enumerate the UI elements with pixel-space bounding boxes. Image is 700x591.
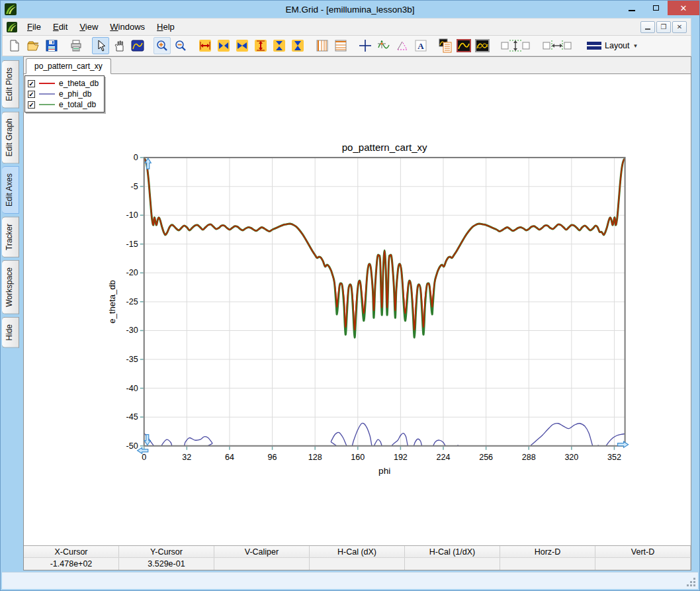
legend-checkbox[interactable]: ✓ (28, 80, 35, 87)
doc-tab[interactable]: po_pattern_cart_xy (26, 58, 111, 74)
y-spread-button[interactable] (271, 37, 288, 54)
single-plot-button[interactable] (455, 37, 472, 54)
sidebar-tab-tracker[interactable]: Tracker (2, 216, 19, 257)
x-spread-icon (217, 39, 230, 52)
sidebar-tab-workspace[interactable]: Workspace (2, 260, 19, 314)
plot-mode-button[interactable] (129, 37, 146, 54)
x-tick-label: 32 (182, 453, 191, 462)
status-value: 3.529e-01 (119, 558, 214, 570)
x-tick-label: 160 (351, 453, 365, 462)
x-tick-label: 192 (394, 453, 408, 462)
series-e_total_db (144, 159, 625, 338)
legend-box[interactable]: ✓e_theta_db✓e_phi_db✓e_total_db (24, 75, 105, 113)
status-header: Vert-D (595, 546, 691, 557)
menu-view[interactable]: View (73, 20, 104, 34)
menu-edit[interactable]: Edit (47, 20, 73, 34)
legend-row-e_theta_db[interactable]: ✓e_theta_db (28, 78, 99, 89)
status-bar: X-CursorY-CursorV-CaliperH-Cal (dX)H-Cal… (24, 545, 691, 570)
zoom-in-icon (155, 39, 169, 52)
save-floppy-icon (45, 39, 58, 52)
print-button[interactable] (67, 37, 85, 54)
client-area: FileEditViewWindowsHelp ❐ ✕ (2, 18, 691, 570)
resize-grip[interactable] (693, 584, 695, 586)
vertical-gridlines-button[interactable] (314, 37, 331, 54)
open-folder-icon (26, 39, 40, 52)
chart[interactable]: 03264961281601922242562883203520-5-10-15… (24, 74, 691, 545)
menu-file[interactable]: File (21, 20, 47, 34)
y-expand-button[interactable] (252, 37, 269, 54)
x-spread-button[interactable] (215, 37, 232, 54)
y-compress-button[interactable] (289, 37, 306, 54)
close-button[interactable]: ✕ (668, 1, 699, 15)
sidebar-tab-edit-axes[interactable]: Edit Axes (2, 166, 19, 214)
save-button[interactable] (43, 37, 60, 54)
caliper-button[interactable] (394, 37, 411, 54)
status-header: H-Cal (dX) (310, 546, 405, 557)
minimize-button[interactable] (620, 1, 644, 15)
legend-row-e_total_db[interactable]: ✓e_total_db (28, 99, 99, 110)
legend-checkbox[interactable]: ✓ (28, 101, 35, 109)
horizontal-gridlines-button[interactable] (332, 37, 349, 54)
zoom-out-button[interactable] (172, 37, 189, 54)
x-axis-label: phi (378, 466, 390, 476)
plot-canvas[interactable]: 03264961281601922242562883203520-5-10-15… (24, 74, 691, 545)
status-value (214, 558, 310, 570)
menu-windows[interactable]: Windows (104, 20, 151, 34)
chevron-down-icon: ▼ (633, 43, 638, 49)
x-tick-label: 128 (308, 453, 322, 462)
plot-report-icon (438, 38, 453, 53)
sidebar-tab-edit-graph[interactable]: Edit Graph (2, 111, 19, 163)
x-expand-button[interactable] (197, 37, 214, 54)
title-bar: EM.Grid - [emillumina_lesson3b] ✕ (1, 1, 699, 18)
y-tick-label: -20 (126, 268, 138, 277)
y-axis-label: e_theta_db (107, 280, 117, 324)
mdi-close-button[interactable]: ✕ (672, 21, 687, 33)
vertical-gridlines-icon (316, 39, 329, 52)
legend-row-e_phi_db[interactable]: ✓e_phi_db (28, 89, 99, 99)
pan-hand-icon (112, 39, 126, 52)
pan-tool-button[interactable] (110, 37, 128, 54)
status-header: X-Cursor (24, 546, 119, 557)
select-arrow-icon (94, 39, 107, 52)
x-tick-label: 256 (479, 453, 493, 462)
x-expand-icon (198, 39, 212, 52)
sidebar-tab-hide[interactable]: Hide (2, 317, 19, 348)
select-tool-button[interactable] (92, 37, 109, 54)
tracker-button[interactable] (375, 37, 392, 54)
new-document-button[interactable] (6, 37, 23, 54)
horizontal-gridlines-icon (334, 39, 347, 52)
sidebar-tab-edit-plots[interactable]: Edit Plots (2, 60, 19, 109)
y-tick-label: -30 (126, 326, 138, 335)
sidebar: Edit PlotsEdit GraphEdit AxesTrackerWork… (2, 56, 23, 570)
maximize-button[interactable] (644, 1, 668, 15)
plot-report-button[interactable] (437, 37, 454, 54)
legend-line-sample (39, 83, 55, 84)
print-icon (69, 39, 83, 52)
x-tick-label: 224 (437, 453, 451, 462)
status-value (310, 558, 405, 570)
crosshair-icon (359, 39, 372, 52)
x-compress-button[interactable] (234, 37, 251, 54)
y-tick-label: -35 (126, 355, 138, 364)
multi-plot-button[interactable] (474, 37, 491, 54)
status-header: Y-Cursor (119, 546, 214, 557)
crosshair-button[interactable] (357, 37, 374, 54)
status-value (500, 558, 595, 570)
y-spread-icon (273, 39, 286, 52)
y-tick-label: -50 (126, 441, 138, 451)
y-tick-label: -10 (126, 210, 138, 220)
legend-checkbox[interactable]: ✓ (28, 91, 35, 98)
open-file-button[interactable] (24, 37, 42, 54)
text-annotation-button[interactable]: A (412, 37, 429, 54)
multi-plot-icon (475, 38, 490, 53)
mdi-restore-button[interactable]: ❐ (656, 21, 671, 33)
x-right-cursor-handle[interactable] (618, 441, 629, 447)
mdi-minimize-button[interactable] (640, 21, 655, 33)
y-tick-label: -15 (126, 240, 138, 249)
equalize-vertical-button[interactable] (498, 37, 533, 54)
legend-label: e_theta_db (59, 79, 99, 88)
equalize-horizontal-button[interactable] (540, 37, 574, 54)
zoom-in-button[interactable] (153, 37, 171, 54)
layout-button[interactable]: Layout ▼ (582, 39, 643, 52)
menu-help[interactable]: Help (151, 20, 181, 34)
